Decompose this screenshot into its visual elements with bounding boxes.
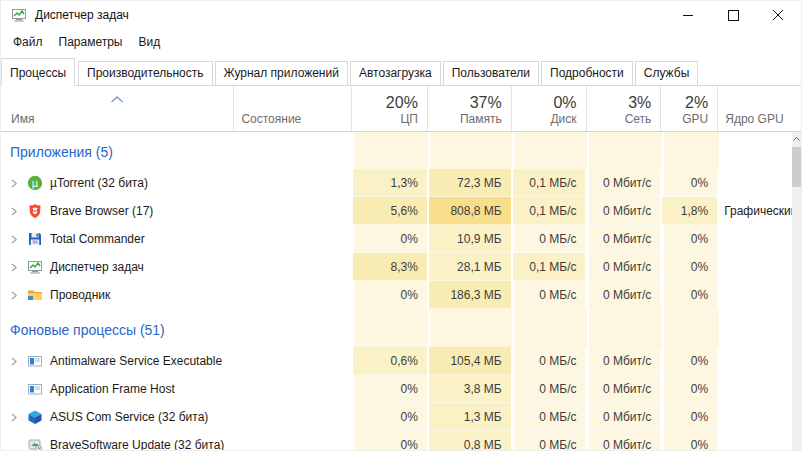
menu-view[interactable]: Вид [130,31,168,53]
process-name: Brave Browser (17) [50,204,153,218]
process-row-brave[interactable]: Brave Browser (17) 5,6% 808,8 МБ 0,1 МБ/… [1,197,801,225]
network-total: 3% [628,94,651,112]
column-name[interactable]: Имя [1,86,233,131]
disk-cell: 0,1 МБ/с [511,197,586,225]
maximize-button[interactable] [711,1,756,29]
column-disk[interactable]: 0% Диск [511,86,586,131]
brave-icon [27,203,43,219]
status-cell [233,253,351,281]
expand-chevron-icon[interactable] [10,357,27,366]
expand-chevron-icon[interactable] [10,207,27,216]
column-network[interactable]: 3% Сеть [586,86,661,131]
column-gpu[interactable]: 2% GPU [660,86,717,131]
disk-cell: 0 МБ/с [511,225,586,253]
memory-total: 37% [470,94,502,112]
tab-services[interactable]: Службы [635,61,698,85]
gpu-cell: 0% [660,375,717,403]
tab-processes[interactable]: Процессы [1,58,75,86]
gpu-cell: 0% [660,253,717,281]
gpu-total: 2% [685,94,708,112]
process-name: Antimalware Service Executable [50,354,222,368]
network-cell: 0 Мбит/с [585,347,660,375]
status-cell [233,197,351,225]
tab-strip: Процессы Производительность Журнал прило… [1,55,801,86]
memory-cell: 3,8 МБ [427,375,511,403]
gpu-core-cell [717,169,801,197]
disk-cell: 0,1 МБ/с [511,253,586,281]
process-row-explorer[interactable]: Проводник 0% 186,3 МБ 0 МБ/с 0 Мбит/с 0% [1,281,801,309]
tab-performance[interactable]: Производительность [78,61,212,85]
tab-details[interactable]: Подробности [541,61,633,85]
expand-chevron-placeholder [10,385,27,394]
column-status[interactable]: Состояние [233,86,351,131]
network-cell: 0 Мбит/с [585,403,660,431]
group-label: Приложения (5) [10,144,113,160]
menu-options[interactable]: Параметры [51,31,131,53]
disk-cell: 0 МБ/с [511,403,586,431]
gpu-cell: 0% [660,225,717,253]
column-header-row: Имя Состояние 20% ЦП 37% Память 0% Диск … [1,86,801,132]
status-cell [233,281,351,309]
gpu-core-cell [717,281,801,309]
scrollbar-up-arrow-icon[interactable] [792,132,801,146]
utorrent-icon: µ [27,175,43,191]
group-row-apps[interactable]: Приложения (5) [1,135,801,169]
process-row-total-commander[interactable]: 64 Total Commander 0% 10,9 МБ 0 МБ/с 0 М… [1,225,801,253]
process-name: Проводник [50,288,110,302]
expand-chevron-icon[interactable] [10,235,27,244]
network-cell: 0 Мбит/с [585,253,660,281]
network-cell: 0 Мбит/с [585,225,660,253]
close-button[interactable] [756,1,801,29]
process-name: µTorrent (32 бита) [50,176,148,190]
process-row-app-frame-host[interactable]: Application Frame Host 0% 3,8 МБ 0 МБ/с … [1,375,801,403]
network-cell: 0 Мбит/с [585,197,660,225]
expand-chevron-icon[interactable] [10,263,27,272]
expand-chevron-icon[interactable] [10,291,27,300]
disk-cell: 0,1 МБ/с [511,169,586,197]
caption-buttons [666,1,801,29]
title-bar: Диспетчер задач [1,1,801,29]
column-memory[interactable]: 37% Память [427,86,511,131]
column-cpu[interactable]: 20% ЦП [351,86,427,131]
gpu-cell: 0% [660,169,717,197]
vertical-scrollbar[interactable] [792,132,801,451]
svg-text:µ: µ [32,178,39,189]
gpu-cell: 1,8% [660,197,717,225]
group-label: Фоновые процессы (51) [10,322,165,338]
column-gpu-core[interactable]: Ядро GPU [717,86,801,131]
status-cell [233,431,351,451]
process-row-utorrent[interactable]: µ µTorrent (32 бита) 1,3% 72,3 МБ 0,1 МБ… [1,169,801,197]
process-row-task-manager[interactable]: Диспетчер задач 8,3% 28,1 МБ 0,1 МБ/с 0 … [1,253,801,281]
tab-users[interactable]: Пользователи [443,61,539,85]
process-name: BraveSoftware Update (32 бита) [50,438,224,451]
menu-file[interactable]: Файл [5,31,51,53]
gpu-cell: 0% [660,431,717,451]
process-row-brave-update[interactable]: BraveSoftware Update (32 бита) 0% 0,8 МБ… [1,431,801,451]
task-manager-icon [11,7,27,23]
memory-cell: 10,9 МБ [427,225,511,253]
cpu-cell: 0% [351,431,427,451]
process-row-antimalware[interactable]: Antimalware Service Executable 0,6% 105,… [1,347,801,375]
process-name: Диспетчер задач [50,260,144,274]
expand-chevron-icon[interactable] [10,413,27,422]
network-cell: 0 Мбит/с [585,431,660,451]
process-name: Total Commander [50,232,145,246]
cpu-cell: 8,3% [351,253,427,281]
disk-cell: 0 МБ/с [511,375,586,403]
tab-app-history[interactable]: Журнал приложений [215,61,348,85]
group-row-background[interactable]: Фоновые процессы (51) [1,313,801,347]
memory-cell: 105,4 МБ [427,347,511,375]
expand-chevron-icon[interactable] [10,179,27,188]
scrollbar-thumb[interactable] [792,147,801,187]
cpu-cell: 5,6% [351,197,427,225]
disk-cell: 0 МБ/с [511,281,586,309]
process-row-asus-com-service[interactable]: ASUS Com Service (32 бита) 0% 1,3 МБ 0 М… [1,403,801,431]
status-cell [233,375,351,403]
gpu-core-cell: Графический п [717,197,801,225]
memory-cell: 1,3 МБ [427,403,511,431]
tab-startup[interactable]: Автозагрузка [350,61,441,85]
minimize-button[interactable] [666,1,711,29]
cpu-cell: 0,6% [351,347,427,375]
generic-window-icon [27,381,43,397]
task-manager-icon [27,259,43,275]
